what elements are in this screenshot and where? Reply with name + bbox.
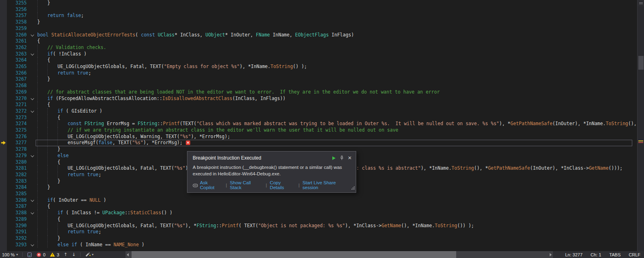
separator: [22, 252, 23, 257]
fold-chevron-icon[interactable]: [31, 243, 34, 246]
code-line-3267[interactable]: 3267}: [0, 76, 637, 83]
code-line-3271[interactable]: 3271{: [0, 102, 637, 108]
line-number: 3266: [7, 70, 27, 77]
code-line-3257[interactable]: 3257return false;: [0, 13, 637, 19]
code-line-3291[interactable]: 3291return true;: [0, 229, 637, 235]
code-line-3290[interactable]: 3290UE_LOG(LogUObjectGlobals, Fatal, TEX…: [0, 223, 637, 229]
scroll-right-arrow[interactable]: [550, 253, 552, 256]
start-live-share-link[interactable]: Start Live Share session: [302, 180, 352, 190]
code-line-3277[interactable]: 3277ensureMsgf(false, TEXT("%s"), *Error…: [0, 140, 637, 146]
code-line-3289[interactable]: 3289{: [0, 216, 637, 223]
vertical-scrollbar-thumb[interactable]: [638, 56, 644, 70]
vertical-scrollbar[interactable]: [637, 0, 644, 251]
line-number: 3290: [7, 223, 27, 229]
line-number: 3279: [7, 153, 27, 159]
line-number: 3260: [7, 32, 27, 38]
copilot-icon: [193, 183, 198, 188]
code-line-3256[interactable]: 3256: [0, 6, 637, 13]
popup-actions: ✕: [332, 156, 352, 160]
fold-chevron-icon[interactable]: [31, 96, 34, 100]
scrollbar-annotation-mark: [638, 142, 643, 143]
code-line-3264[interactable]: 3264{: [0, 57, 637, 64]
error-count: 0: [43, 252, 45, 257]
code-line-3288[interactable]: 3288if ( InClass != UPackage::StaticClas…: [0, 210, 637, 216]
code-line-3255[interactable]: 3255}: [0, 0, 637, 6]
line-number: 3256: [7, 6, 27, 13]
line-number: 3289: [7, 216, 27, 223]
line-ending-indicator[interactable]: CRLF: [629, 252, 640, 257]
code-line-3268[interactable]: 3268: [0, 83, 637, 89]
show-call-stack-link[interactable]: Show Call Stack: [230, 180, 263, 190]
ask-copilot-link[interactable]: Ask Copilot: [200, 180, 223, 190]
line-number: 3261: [7, 38, 27, 45]
error-badge[interactable]: 0: [36, 252, 45, 257]
code-line-3286[interactable]: 3286if( InOuter == NULL ): [0, 197, 637, 204]
code-line-3293[interactable]: 3293else if ( InName == NAME_None ): [0, 242, 637, 248]
code-line-3262[interactable]: 3262// Validation checks.: [0, 45, 637, 51]
code-line-3260[interactable]: 3260bool StaticAllocateObjectErrorTests(…: [0, 32, 637, 38]
prev-issue-button[interactable]: ↑: [64, 252, 67, 257]
fold-chevron-icon[interactable]: [31, 109, 34, 113]
line-number: 3276: [7, 134, 27, 140]
breakpoint-hit-icon[interactable]: ×: [186, 141, 190, 145]
fold-chevron-icon[interactable]: [31, 52, 34, 55]
fold-chevron-icon[interactable]: [31, 33, 34, 36]
code-lines: 3255}32563257return false;3258}32593260b…: [0, 0, 637, 251]
line-number: 3280: [7, 159, 27, 166]
fold-chevron-icon[interactable]: [31, 198, 34, 201]
fold-chevron-icon[interactable]: [31, 154, 34, 157]
chevron-down-icon: ▾: [92, 253, 94, 256]
code-line-3258[interactable]: 3258}: [0, 19, 637, 26]
line-number: 3291: [7, 229, 27, 235]
status-bar-right: Ln: 3277 Ch: 1 TABS CRLF: [565, 251, 640, 258]
warning-badge[interactable]: 3: [50, 252, 59, 257]
fold-chevron-icon[interactable]: [31, 211, 34, 214]
code-line-3287[interactable]: 3287{: [0, 203, 637, 210]
line-number: 3265: [7, 64, 27, 70]
next-issue-button[interactable]: ↓: [72, 252, 76, 257]
line-indicator[interactable]: Ln: 3277: [565, 252, 582, 257]
status-bar-left: 100 % ▾ 0 3 ↑ ↓ ▾: [2, 251, 94, 258]
code-line-3269[interactable]: 3269// for abstract classes that are bei…: [0, 89, 637, 96]
line-number: 3259: [7, 26, 27, 32]
popup-message: A breakpoint instruction (__debugbreak()…: [193, 164, 351, 177]
code-line-3276[interactable]: 3276UE_LOG(LogUObjectGlobals, Warning, T…: [0, 134, 637, 140]
code-line-3273[interactable]: 3273{: [0, 115, 637, 121]
line-number: 3263: [7, 51, 27, 58]
pin-icon[interactable]: [340, 156, 344, 160]
line-number: 3264: [7, 57, 27, 64]
indent-mode-indicator[interactable]: TABS: [609, 252, 621, 257]
line-number: 3288: [7, 210, 27, 216]
code-line-3261[interactable]: 3261{: [0, 38, 637, 45]
code-line-3266[interactable]: 3266return true;: [0, 70, 637, 77]
popup-links: Ask Copilot | Show Call Stack | Copy Det…: [193, 180, 352, 190]
scrollbar-annotation-mark: [638, 141, 643, 141]
indent-guide: [37, 83, 38, 89]
document-health-icon[interactable]: [27, 252, 32, 257]
code-editor: 3255}32563257return false;3258}32593260b…: [0, 0, 637, 251]
error-icon: [36, 252, 41, 257]
link-separator: |: [266, 183, 267, 188]
code-line-3274[interactable]: 3274const FString ErrorMsg = FString::Pr…: [0, 121, 637, 127]
line-number: 3270: [7, 96, 27, 102]
split-editor-handle[interactable]: [638, 0, 644, 6]
code-line-3272[interactable]: 3272if ( GIsEditor ): [0, 108, 637, 115]
scroll-left-arrow[interactable]: [127, 253, 129, 256]
continue-icon[interactable]: [332, 156, 336, 160]
popup-title: Breakpoint Instruction Executed: [193, 155, 332, 161]
code-line-3263[interactable]: 3263if( !InClass ): [0, 51, 637, 58]
code-line-3275[interactable]: 3275// if we are trying instantiate an a…: [0, 127, 637, 134]
zoom-control[interactable]: 100 % ▾: [2, 252, 18, 257]
code-line-3270[interactable]: 3270if (FScopedAllowAbstractClassAllocat…: [0, 96, 637, 102]
column-indicator[interactable]: Ch: 1: [591, 252, 601, 257]
horizontal-scrollbar-thumb[interactable]: [132, 251, 456, 258]
code-line-3292[interactable]: 3292}: [0, 235, 637, 242]
resize-grip-icon[interactable]: [351, 184, 355, 192]
close-icon[interactable]: ✕: [348, 156, 352, 160]
horizontal-scrollbar[interactable]: [125, 251, 553, 258]
copy-details-link[interactable]: Copy Details: [270, 180, 296, 190]
code-line-3265[interactable]: 3265UE_LOG(LogUObjectGlobals, Fatal, TEX…: [0, 64, 637, 70]
code-line-3259[interactable]: 3259: [0, 26, 637, 32]
warning-count: 3: [57, 252, 59, 257]
code-cleanup-button[interactable]: ▾: [85, 252, 94, 257]
